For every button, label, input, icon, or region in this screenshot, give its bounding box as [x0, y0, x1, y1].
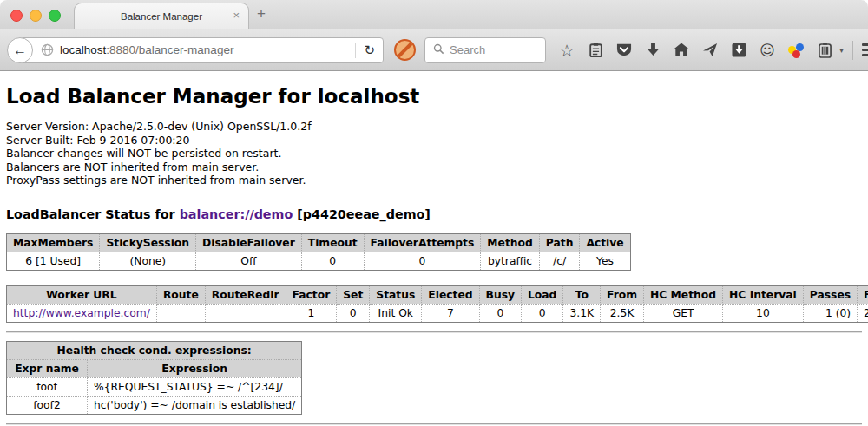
new-tab-button[interactable]: + [257, 5, 266, 23]
content-blocked-icon[interactable] [394, 39, 416, 61]
home-icon[interactable] [673, 42, 690, 59]
cell-expression: hc('body') =~ /domain is established/ [88, 396, 302, 414]
server-info: Server Version: Apache/2.5.0-dev (Unix) … [6, 120, 862, 187]
col-active: Active [580, 233, 630, 252]
balancer-demo-link[interactable]: balancer://demo [180, 207, 293, 221]
cell-set: 0 [337, 304, 370, 322]
col-from: From [601, 285, 644, 304]
server-version-line: Server Version: Apache/2.5.0-dev (Unix) … [6, 120, 862, 134]
table-title-row: Health check cond. expressions: [7, 341, 302, 359]
url-host: localhost [60, 43, 106, 56]
col-busy: Busy [479, 285, 521, 304]
pocket-icon[interactable] [615, 42, 633, 59]
col-worker-url: Worker URL [7, 285, 157, 304]
col-method: Method [481, 233, 539, 252]
col-path: Path [539, 233, 580, 252]
title-bar: Balancer Manager × + [0, 0, 868, 29]
clipboard-icon[interactable] [587, 42, 604, 59]
table-header-row: Worker URL Route RouteRedir Factor Set S… [7, 285, 868, 304]
cell-elected: 7 [422, 304, 479, 322]
cell-expr-name: foof2 [7, 396, 88, 414]
col-to: To [563, 285, 601, 304]
reload-icon[interactable]: ↻ [356, 43, 383, 58]
cell-factor: 1 [286, 304, 337, 322]
url-bar[interactable]: localhost:8880/balancer-manager ↻ [19, 37, 384, 63]
table-row: 6 [1 Used] (None) Off 0 0 bytraffic /c/ … [7, 252, 631, 270]
toolbar-icons: ☆ ☺ [558, 42, 844, 59]
col-status: Status [370, 285, 422, 304]
container-battery-icon[interactable] [816, 42, 833, 59]
cell-timeout: 0 [301, 252, 364, 270]
col-failoverattempts: FailoverAttempts [364, 233, 481, 252]
worker-status-table: Worker URL Route RouteRedir Factor Set S… [6, 285, 868, 323]
col-factor: Factor [286, 285, 337, 304]
health-check-expressions-table: Health check cond. expressions: Expr nam… [6, 341, 302, 415]
cell-to: 3.1K [563, 304, 601, 322]
persist-notice-line: Balancer changes will NOT be persisted o… [6, 147, 862, 161]
toolbar-separator [852, 41, 853, 60]
col-hc-method: HC Method [644, 285, 723, 304]
close-window-button[interactable] [10, 10, 23, 22]
col-fails: Fails [858, 285, 868, 304]
page-title: Load Balancer Manager for localhost [6, 71, 862, 108]
cell-fails: 2 (0) [858, 304, 868, 322]
col-disablefailover: DisableFailover [196, 233, 302, 252]
minimize-window-button[interactable] [30, 10, 42, 22]
worker-url-link[interactable]: http://www.example.com/ [13, 307, 150, 319]
search-bar[interactable] [424, 37, 546, 63]
page-content: Load Balancer Manager for localhost Serv… [0, 71, 868, 425]
cell-status: Init Ok [370, 304, 422, 322]
search-input[interactable] [450, 43, 523, 56]
col-routeredir: RouteRedir [205, 285, 286, 304]
chevron-down-icon[interactable]: ▾ [839, 45, 844, 55]
health-table-title: Health check cond. expressions: [7, 341, 302, 359]
back-button[interactable]: ← [7, 37, 33, 63]
downloads-icon[interactable] [644, 42, 661, 59]
cell-worker-url: http://www.example.com/ [7, 304, 157, 322]
cell-route [156, 304, 205, 322]
tab-title: Balancer Manager [121, 11, 202, 22]
expr-row: foof2 hc('body') =~ /domain is establish… [7, 396, 302, 414]
zoom-window-button[interactable] [49, 10, 61, 22]
tab-close-icon[interactable]: × [233, 10, 240, 22]
url-text: localhost:8880/balancer-manager [60, 43, 233, 56]
send-plane-icon[interactable] [701, 42, 719, 59]
tab-balancer-manager[interactable]: Balancer Manager × [74, 3, 249, 29]
expr-row: foof %{REQUEST_STATUS} =~ /^[234]/ [7, 377, 302, 396]
col-passes: Passes [803, 285, 857, 304]
navigation-toolbar: ← localhost:8880/balancer-manager ↻ ☆ [0, 29, 868, 71]
heading-prefix: LoadBalancer Status for [6, 207, 180, 221]
cell-failoverattempts: 0 [364, 252, 481, 270]
cell-busy: 0 [479, 304, 521, 322]
cell-path: /c/ [539, 252, 580, 270]
browser-window: Balancer Manager × + ← localhost:8880/ba… [0, 0, 868, 426]
col-maxmembers: MaxMembers [7, 233, 100, 252]
cell-from: 2.5K [601, 304, 644, 322]
proxypass-notice-line: ProxyPass settings are NOT inherited fro… [6, 174, 862, 187]
download-square-icon[interactable] [730, 42, 747, 59]
table-header-row: Expr name Expression [7, 359, 302, 377]
balancer-settings-table: MaxMembers StickySession DisableFailover… [6, 233, 631, 271]
cell-maxmembers: 6 [1 Used] [7, 252, 100, 270]
bottom-divider [6, 423, 862, 425]
server-built-line: Server Built: Feb 9 2016 07:00:20 [6, 134, 862, 147]
cell-active: Yes [580, 252, 630, 270]
col-expr-name: Expr name [7, 359, 88, 377]
back-arrow-icon: ← [13, 43, 27, 57]
cell-disablefailover: Off [196, 252, 302, 270]
inherit-notice-line: Balancers are NOT inherited from main se… [6, 161, 862, 174]
col-timeout: Timeout [301, 233, 364, 252]
cell-expr-name: foof [7, 377, 88, 396]
colored-dots-icon[interactable] [787, 42, 805, 59]
cell-routeredir [205, 304, 286, 322]
bookmark-star-icon[interactable]: ☆ [558, 42, 575, 59]
smiley-icon[interactable]: ☺ [759, 42, 776, 59]
worker-row: http://www.example.com/ 1 0 Init Ok 7 0 … [7, 304, 868, 322]
cell-method: bytraffic [481, 252, 539, 270]
menu-hamburger-icon[interactable] [862, 43, 868, 56]
section-divider [6, 331, 862, 333]
globe-icon [41, 43, 54, 56]
col-expression: Expression [88, 359, 302, 377]
col-stickysession: StickySession [100, 233, 196, 252]
cell-hc-method: GET [644, 304, 723, 322]
